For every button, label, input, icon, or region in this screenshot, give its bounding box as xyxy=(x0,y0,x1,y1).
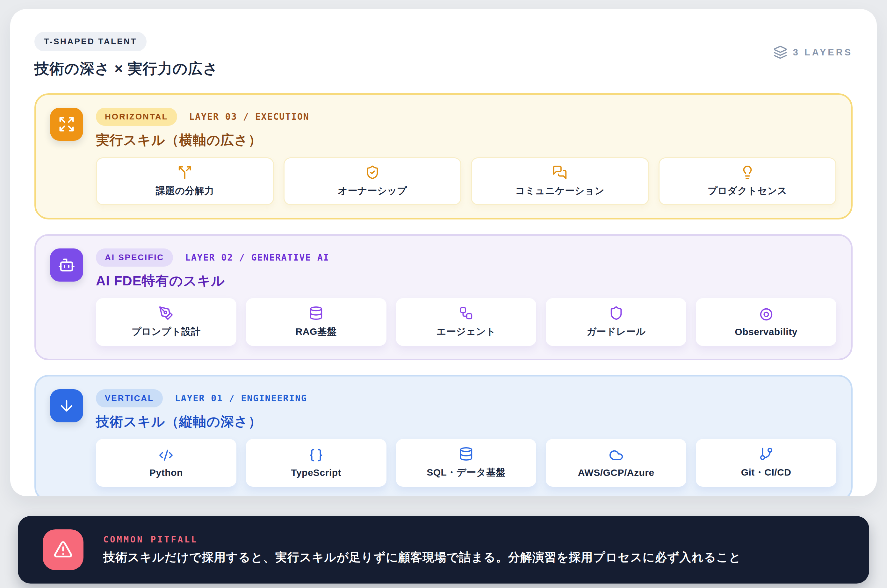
skill-card-label: Observability xyxy=(735,327,797,338)
skill-card: AWS/GCP/Azure xyxy=(546,439,686,487)
section-meta: LAYER 02 / GENERATIVE AI xyxy=(185,252,329,263)
skill-card: プロンプト設計 xyxy=(96,298,236,346)
section-execution-titles: HORIZONTAL LAYER 03 / EXECUTION 実行スキル（横軸… xyxy=(96,108,309,149)
section-engineering-header: VERTICAL LAYER 01 / ENGINEERING 技術スキル（縦軸… xyxy=(50,389,836,430)
arrow-down-icon xyxy=(50,389,83,422)
layers-icon xyxy=(773,45,787,59)
pitfall-text: 技術スキルだけで採用すると、実行スキルが足りずに顧客現場で詰まる。分解演習を採用… xyxy=(103,549,741,566)
skill-card-label: Python xyxy=(149,467,183,478)
skill-card: RAG基盤 xyxy=(246,298,386,346)
layers-count-label: 3 LAYERS xyxy=(793,47,852,58)
skill-card: 課題の分解力 xyxy=(96,158,274,205)
section-meta: LAYER 01 / ENGINEERING xyxy=(175,393,307,404)
page-title: 技術の深さ × 実行力の広さ xyxy=(35,59,218,79)
section-engineering-cards: Python TypeScript SQL・データ基盤 AWS/GCP/Azur… xyxy=(96,439,836,487)
section-meta: LAYER 03 / EXECUTION xyxy=(189,111,309,122)
skill-card-label: 課題の分解力 xyxy=(156,184,214,198)
page-header: T-SHAPED TALENT 技術の深さ × 実行力の広さ 3 LAYERS xyxy=(35,32,852,79)
skill-card-label: Git・CI/CD xyxy=(741,466,791,479)
section-title: AI FDE特有のスキル xyxy=(96,272,329,290)
section-generative-ai-cards: プロンプト設計 RAG基盤 エージェント ガードレール Observabilit… xyxy=(96,298,836,346)
shield-icon xyxy=(609,306,623,321)
braces-icon xyxy=(309,448,323,462)
skill-card-label: RAG基盤 xyxy=(296,325,337,338)
skill-card: Git・CI/CD xyxy=(696,439,836,487)
section-badge: HORIZONTAL xyxy=(96,108,177,126)
section-engineering-titles: VERTICAL LAYER 01 / ENGINEERING 技術スキル（縦軸… xyxy=(96,389,307,430)
layers-indicator: 3 LAYERS xyxy=(773,45,852,59)
bot-icon xyxy=(50,249,83,282)
pitfall-label: COMMON PITFALL xyxy=(103,534,741,544)
pitfall-banner: COMMON PITFALL 技術スキルだけで採用すると、実行スキルが足りずに顧… xyxy=(18,516,869,584)
skill-card-label: ガードレール xyxy=(587,325,646,338)
pen-tool-icon xyxy=(159,306,173,321)
skill-card: プロダクトセンス xyxy=(659,158,837,205)
main-panel: T-SHAPED TALENT 技術の深さ × 実行力の広さ 3 LAYERS … xyxy=(10,9,877,496)
page-canvas: T-SHAPED TALENT 技術の深さ × 実行力の広さ 3 LAYERS … xyxy=(0,0,887,588)
skill-card-label: プロダクトセンス xyxy=(708,184,787,198)
cloud-icon xyxy=(609,448,623,462)
skill-card: TypeScript xyxy=(246,439,386,487)
skill-card: コミュニケーション xyxy=(471,158,649,205)
section-engineering: VERTICAL LAYER 01 / ENGINEERING 技術スキル（縦軸… xyxy=(35,375,852,496)
skill-card-label: コミュニケーション xyxy=(515,184,604,198)
skill-card: SQL・データ基盤 xyxy=(396,439,537,487)
skill-card-label: プロンプト設計 xyxy=(132,325,201,338)
section-generative-ai-header: AI SPECIFIC LAYER 02 / GENERATIVE AI AI … xyxy=(50,249,836,290)
skill-card-label: SQL・データ基盤 xyxy=(426,466,506,479)
pitfall-content: COMMON PITFALL 技術スキルだけで採用すると、実行スキルが足りずに顧… xyxy=(103,534,741,566)
git-branch-icon xyxy=(759,447,774,461)
code-icon xyxy=(159,448,173,462)
database-icon xyxy=(459,447,473,461)
skill-card-label: エージェント xyxy=(437,325,496,338)
database-icon xyxy=(309,306,323,321)
alert-triangle-icon xyxy=(43,530,84,570)
shield-check-icon xyxy=(365,165,380,180)
skill-card: Observability xyxy=(696,298,836,346)
section-badge: VERTICAL xyxy=(96,389,163,407)
expand-arrows-icon xyxy=(50,108,83,141)
workflow-icon xyxy=(459,306,473,321)
section-execution: HORIZONTAL LAYER 03 / EXECUTION 実行スキル（横軸… xyxy=(35,93,852,219)
split-icon xyxy=(177,165,192,180)
lightbulb-icon xyxy=(740,165,755,180)
skill-card-label: オーナーシップ xyxy=(338,184,407,198)
eye-icon xyxy=(759,307,774,322)
eyebrow-badge: T-SHAPED TALENT xyxy=(35,32,147,51)
skill-card-label: TypeScript xyxy=(291,467,341,478)
skill-card: エージェント xyxy=(396,298,537,346)
section-title: 実行スキル（横軸の広さ） xyxy=(96,131,309,149)
skill-card: Python xyxy=(96,439,236,487)
messages-icon xyxy=(552,165,567,180)
section-execution-header: HORIZONTAL LAYER 03 / EXECUTION 実行スキル（横軸… xyxy=(50,108,836,149)
section-title: 技術スキル（縦軸の深さ） xyxy=(96,413,307,430)
skill-card: オーナーシップ xyxy=(284,158,462,205)
section-generative-ai-titles: AI SPECIFIC LAYER 02 / GENERATIVE AI AI … xyxy=(96,249,329,290)
header-left: T-SHAPED TALENT 技術の深さ × 実行力の広さ xyxy=(35,32,218,79)
section-generative-ai: AI SPECIFIC LAYER 02 / GENERATIVE AI AI … xyxy=(35,234,852,360)
skill-card: ガードレール xyxy=(546,298,686,346)
section-execution-cards: 課題の分解力 オーナーシップ コミュニケーション プロダクトセンス xyxy=(96,158,836,205)
skill-card-label: AWS/GCP/Azure xyxy=(578,467,654,478)
section-badge: AI SPECIFIC xyxy=(96,249,173,267)
